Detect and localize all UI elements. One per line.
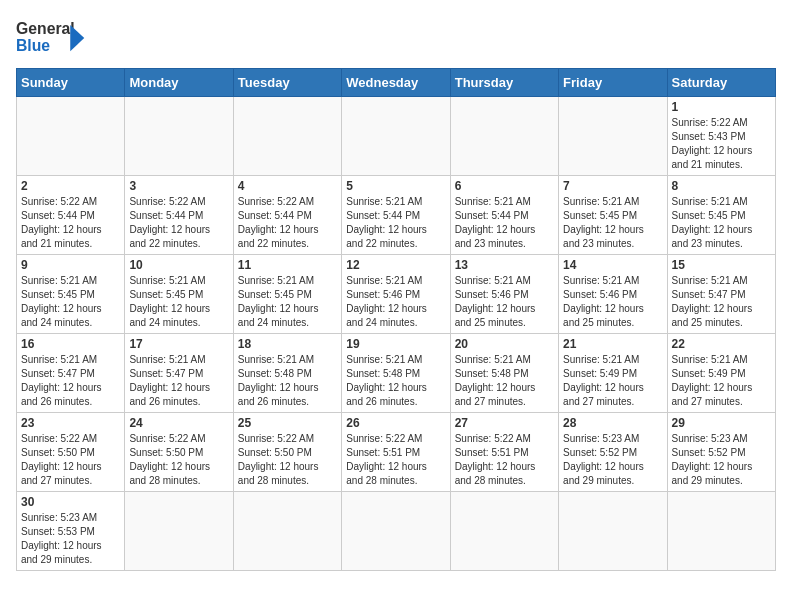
day-number: 4	[238, 179, 337, 193]
calendar-cell: 6Sunrise: 5:21 AM Sunset: 5:44 PM Daylig…	[450, 176, 558, 255]
calendar-cell: 25Sunrise: 5:22 AM Sunset: 5:50 PM Dayli…	[233, 413, 341, 492]
day-number: 10	[129, 258, 228, 272]
calendar-cell: 13Sunrise: 5:21 AM Sunset: 5:46 PM Dayli…	[450, 255, 558, 334]
day-number: 20	[455, 337, 554, 351]
calendar-cell: 1Sunrise: 5:22 AM Sunset: 5:43 PM Daylig…	[667, 97, 775, 176]
day-info: Sunrise: 5:22 AM Sunset: 5:44 PM Dayligh…	[21, 195, 120, 251]
calendar-cell: 21Sunrise: 5:21 AM Sunset: 5:49 PM Dayli…	[559, 334, 667, 413]
calendar-cell	[450, 97, 558, 176]
calendar-cell	[450, 492, 558, 571]
weekday-header-monday: Monday	[125, 69, 233, 97]
day-number: 18	[238, 337, 337, 351]
day-number: 25	[238, 416, 337, 430]
calendar-cell: 10Sunrise: 5:21 AM Sunset: 5:45 PM Dayli…	[125, 255, 233, 334]
svg-marker-2	[70, 25, 84, 51]
calendar-cell: 15Sunrise: 5:21 AM Sunset: 5:47 PM Dayli…	[667, 255, 775, 334]
weekday-header-row: SundayMondayTuesdayWednesdayThursdayFrid…	[17, 69, 776, 97]
week-row-2: 2Sunrise: 5:22 AM Sunset: 5:44 PM Daylig…	[17, 176, 776, 255]
day-info: Sunrise: 5:21 AM Sunset: 5:49 PM Dayligh…	[563, 353, 662, 409]
day-number: 1	[672, 100, 771, 114]
day-info: Sunrise: 5:21 AM Sunset: 5:46 PM Dayligh…	[455, 274, 554, 330]
calendar-cell: 2Sunrise: 5:22 AM Sunset: 5:44 PM Daylig…	[17, 176, 125, 255]
calendar-cell: 4Sunrise: 5:22 AM Sunset: 5:44 PM Daylig…	[233, 176, 341, 255]
calendar-cell: 19Sunrise: 5:21 AM Sunset: 5:48 PM Dayli…	[342, 334, 450, 413]
day-info: Sunrise: 5:22 AM Sunset: 5:43 PM Dayligh…	[672, 116, 771, 172]
calendar-cell: 22Sunrise: 5:21 AM Sunset: 5:49 PM Dayli…	[667, 334, 775, 413]
day-info: Sunrise: 5:21 AM Sunset: 5:44 PM Dayligh…	[455, 195, 554, 251]
week-row-5: 23Sunrise: 5:22 AM Sunset: 5:50 PM Dayli…	[17, 413, 776, 492]
calendar-cell: 24Sunrise: 5:22 AM Sunset: 5:50 PM Dayli…	[125, 413, 233, 492]
day-number: 27	[455, 416, 554, 430]
day-number: 13	[455, 258, 554, 272]
weekday-header-saturday: Saturday	[667, 69, 775, 97]
calendar-cell: 17Sunrise: 5:21 AM Sunset: 5:47 PM Dayli…	[125, 334, 233, 413]
day-number: 23	[21, 416, 120, 430]
logo: GeneralBlue	[16, 16, 86, 60]
day-info: Sunrise: 5:23 AM Sunset: 5:52 PM Dayligh…	[672, 432, 771, 488]
weekday-header-sunday: Sunday	[17, 69, 125, 97]
day-info: Sunrise: 5:21 AM Sunset: 5:47 PM Dayligh…	[21, 353, 120, 409]
calendar-cell	[559, 492, 667, 571]
day-number: 30	[21, 495, 120, 509]
day-number: 8	[672, 179, 771, 193]
calendar-cell	[125, 97, 233, 176]
calendar-cell	[17, 97, 125, 176]
day-number: 21	[563, 337, 662, 351]
day-number: 24	[129, 416, 228, 430]
calendar-cell: 20Sunrise: 5:21 AM Sunset: 5:48 PM Dayli…	[450, 334, 558, 413]
day-info: Sunrise: 5:21 AM Sunset: 5:47 PM Dayligh…	[129, 353, 228, 409]
calendar-cell: 26Sunrise: 5:22 AM Sunset: 5:51 PM Dayli…	[342, 413, 450, 492]
day-number: 12	[346, 258, 445, 272]
day-number: 14	[563, 258, 662, 272]
day-info: Sunrise: 5:22 AM Sunset: 5:44 PM Dayligh…	[129, 195, 228, 251]
day-number: 16	[21, 337, 120, 351]
calendar-cell	[125, 492, 233, 571]
day-info: Sunrise: 5:23 AM Sunset: 5:53 PM Dayligh…	[21, 511, 120, 567]
weekday-header-thursday: Thursday	[450, 69, 558, 97]
day-number: 11	[238, 258, 337, 272]
day-info: Sunrise: 5:22 AM Sunset: 5:44 PM Dayligh…	[238, 195, 337, 251]
day-info: Sunrise: 5:22 AM Sunset: 5:50 PM Dayligh…	[129, 432, 228, 488]
day-number: 28	[563, 416, 662, 430]
day-info: Sunrise: 5:21 AM Sunset: 5:46 PM Dayligh…	[563, 274, 662, 330]
day-number: 5	[346, 179, 445, 193]
calendar-cell	[559, 97, 667, 176]
day-number: 26	[346, 416, 445, 430]
day-number: 2	[21, 179, 120, 193]
calendar-cell: 27Sunrise: 5:22 AM Sunset: 5:51 PM Dayli…	[450, 413, 558, 492]
header: GeneralBlue	[16, 16, 776, 60]
weekday-header-tuesday: Tuesday	[233, 69, 341, 97]
day-number: 19	[346, 337, 445, 351]
day-number: 9	[21, 258, 120, 272]
day-info: Sunrise: 5:21 AM Sunset: 5:47 PM Dayligh…	[672, 274, 771, 330]
day-info: Sunrise: 5:21 AM Sunset: 5:45 PM Dayligh…	[21, 274, 120, 330]
calendar-cell: 7Sunrise: 5:21 AM Sunset: 5:45 PM Daylig…	[559, 176, 667, 255]
logo-icon: GeneralBlue	[16, 16, 86, 60]
svg-text:General: General	[16, 20, 75, 37]
week-row-4: 16Sunrise: 5:21 AM Sunset: 5:47 PM Dayli…	[17, 334, 776, 413]
day-info: Sunrise: 5:21 AM Sunset: 5:44 PM Dayligh…	[346, 195, 445, 251]
calendar-cell: 12Sunrise: 5:21 AM Sunset: 5:46 PM Dayli…	[342, 255, 450, 334]
day-info: Sunrise: 5:22 AM Sunset: 5:51 PM Dayligh…	[346, 432, 445, 488]
calendar-cell: 28Sunrise: 5:23 AM Sunset: 5:52 PM Dayli…	[559, 413, 667, 492]
week-row-6: 30Sunrise: 5:23 AM Sunset: 5:53 PM Dayli…	[17, 492, 776, 571]
day-number: 15	[672, 258, 771, 272]
day-info: Sunrise: 5:23 AM Sunset: 5:52 PM Dayligh…	[563, 432, 662, 488]
calendar-cell	[233, 492, 341, 571]
weekday-header-wednesday: Wednesday	[342, 69, 450, 97]
calendar-cell: 29Sunrise: 5:23 AM Sunset: 5:52 PM Dayli…	[667, 413, 775, 492]
calendar-cell: 23Sunrise: 5:22 AM Sunset: 5:50 PM Dayli…	[17, 413, 125, 492]
calendar-table: SundayMondayTuesdayWednesdayThursdayFrid…	[16, 68, 776, 571]
calendar-cell	[667, 492, 775, 571]
day-number: 7	[563, 179, 662, 193]
calendar-cell: 3Sunrise: 5:22 AM Sunset: 5:44 PM Daylig…	[125, 176, 233, 255]
day-info: Sunrise: 5:21 AM Sunset: 5:45 PM Dayligh…	[672, 195, 771, 251]
calendar-cell: 18Sunrise: 5:21 AM Sunset: 5:48 PM Dayli…	[233, 334, 341, 413]
day-info: Sunrise: 5:21 AM Sunset: 5:48 PM Dayligh…	[238, 353, 337, 409]
day-info: Sunrise: 5:22 AM Sunset: 5:51 PM Dayligh…	[455, 432, 554, 488]
day-number: 3	[129, 179, 228, 193]
day-info: Sunrise: 5:21 AM Sunset: 5:49 PM Dayligh…	[672, 353, 771, 409]
day-info: Sunrise: 5:21 AM Sunset: 5:46 PM Dayligh…	[346, 274, 445, 330]
day-info: Sunrise: 5:21 AM Sunset: 5:45 PM Dayligh…	[129, 274, 228, 330]
day-info: Sunrise: 5:21 AM Sunset: 5:45 PM Dayligh…	[238, 274, 337, 330]
